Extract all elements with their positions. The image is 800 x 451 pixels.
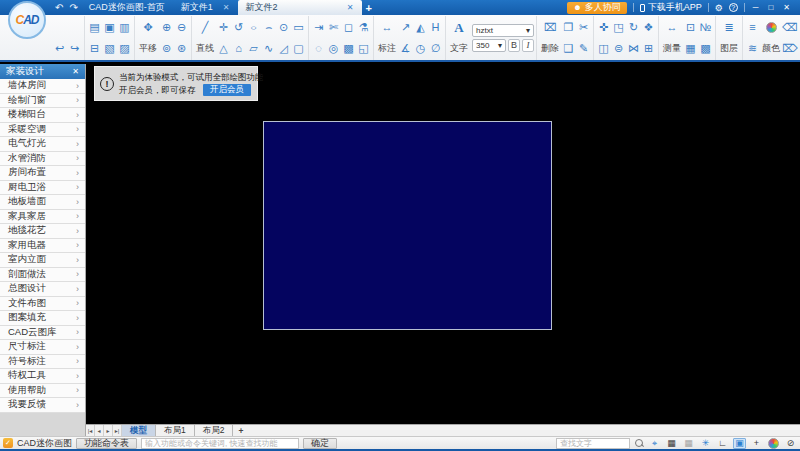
spline-icon[interactable]: ∿ [261, 38, 276, 59]
sidebar-item[interactable]: 房间布置› [0, 166, 85, 181]
save-icon[interactable]: ▣ [102, 17, 117, 38]
linear-dim-icon[interactable]: ↔ [380, 17, 395, 38]
tab-file2[interactable]: 新文件2 ✕ [238, 0, 362, 15]
layers-icon[interactable]: ≣ [722, 17, 737, 38]
rotate-icon[interactable]: ↻ [626, 17, 641, 38]
save-as-icon[interactable]: ▥ [117, 17, 132, 38]
delete-icon[interactable]: ⌧ [543, 17, 558, 38]
boundary-icon[interactable]: ◎ [326, 38, 341, 59]
continuous-dim-icon[interactable]: H [428, 17, 443, 38]
extend-icon[interactable]: ⇥ [311, 17, 326, 38]
export-pdf-icon[interactable]: ▧ [102, 38, 117, 59]
sidebar-item[interactable]: 总图设计› [0, 282, 85, 297]
chamfer-icon[interactable]: ◻ [341, 17, 356, 38]
array-icon[interactable]: ⊞ [641, 38, 656, 59]
nav-back-icon[interactable]: ↶ [55, 2, 63, 13]
sidebar-item[interactable]: CAD云图库› [0, 326, 85, 341]
collab-button[interactable]: ☻ 多人协同 [567, 2, 626, 14]
layout-tab-布局2[interactable]: 布局2 [195, 425, 234, 436]
redo-icon[interactable]: ↪ [67, 38, 82, 59]
sidebar-item[interactable]: 我要反馈› [0, 398, 85, 413]
font-select[interactable]: hztxt▾ [472, 24, 534, 37]
mirror-icon[interactable]: ⋈ [626, 38, 641, 59]
line-icon[interactable]: ╱ [198, 17, 213, 38]
trim-icon[interactable]: ✄ [326, 17, 341, 38]
sidebar-item[interactable]: 尺寸标注› [0, 340, 85, 355]
sidebar-item[interactable]: 楼梯阳台› [0, 108, 85, 123]
point-icon[interactable]: ✛ [216, 17, 231, 38]
settings-gear-icon[interactable]: ⚙ [715, 3, 723, 13]
sidebar-item[interactable]: 室内立面› [0, 253, 85, 268]
zoom-in-icon[interactable]: ⊕ [159, 17, 174, 38]
move-icon[interactable]: ✜ [596, 17, 611, 38]
format-painter-icon[interactable]: ✎ [576, 38, 591, 59]
sidebar-item[interactable]: 水管消防› [0, 152, 85, 167]
close-tab-icon[interactable]: ✕ [223, 3, 230, 12]
download-app-button[interactable]: 下载手机APP [640, 1, 702, 14]
nav-forward-icon[interactable]: ↷ [69, 2, 77, 13]
pan-icon[interactable]: ✥ [141, 17, 156, 38]
offset-icon[interactable]: ⊜ [611, 38, 626, 59]
find-text-input[interactable] [556, 438, 630, 449]
new-tab-button[interactable]: + [366, 2, 372, 14]
arc-dim-icon[interactable]: ◷ [413, 38, 428, 59]
triangle-icon[interactable]: △ [216, 38, 231, 59]
sidebar-item[interactable]: 符号标注› [0, 355, 85, 370]
undo-icon[interactable]: ↩ [52, 38, 67, 59]
color-wheel-toggle[interactable] [767, 438, 780, 449]
copy-icon[interactable]: ❐ [561, 17, 576, 38]
app-logo[interactable]: CAD [8, 1, 46, 39]
diameter-dim-icon[interactable]: ∅ [428, 38, 443, 59]
command-table-button[interactable]: 功能命令表 [76, 438, 137, 449]
rounded-rect-icon[interactable]: ▢ [291, 38, 306, 59]
sidebar-item[interactable]: 采暖空调› [0, 123, 85, 138]
maximize-button[interactable]: □ [768, 3, 773, 12]
region-icon[interactable]: ◌ [311, 38, 326, 59]
bold-button[interactable]: B [508, 39, 520, 52]
layout-tab-布局1[interactable]: 布局1 [156, 425, 195, 436]
table-icon[interactable]: ▦ [683, 38, 698, 59]
copy-base-icon[interactable]: ❑ [561, 38, 576, 59]
circle-icon[interactable]: ⊙ [276, 17, 291, 38]
help-icon[interactable]: ? [729, 3, 738, 12]
layout-nav-button[interactable]: ▸ [104, 425, 113, 436]
sidebar-item[interactable]: 地毯花艺› [0, 224, 85, 239]
minimize-button[interactable]: ─ [753, 3, 759, 12]
sidebar-item[interactable]: 剖面做法› [0, 268, 85, 283]
layout-nav-button[interactable]: |◂ [86, 425, 95, 436]
dynamic-input-toggle[interactable]: ▣ [733, 438, 746, 449]
angle-dim-icon[interactable]: ∡ [398, 38, 413, 59]
confirm-button[interactable]: 确定 [303, 438, 337, 449]
fill-pour-icon[interactable]: ⚗ [356, 17, 371, 38]
eraser-icon[interactable]: ⌫ [782, 17, 798, 38]
text-size-select[interactable]: 350▾ [472, 39, 506, 52]
sidebar-item[interactable]: 绘制门窗› [0, 94, 85, 109]
italic-button[interactable]: I [522, 39, 534, 52]
grid-toggle[interactable]: ▦ [665, 438, 678, 449]
paste-icon[interactable]: ◫ [596, 38, 611, 59]
rectangle-icon[interactable]: ▭ [291, 17, 306, 38]
sidebar-item[interactable]: 墙体房间› [0, 79, 85, 94]
grid-light-toggle[interactable]: ▦ [682, 438, 695, 449]
parallelogram-icon[interactable]: ▱ [246, 38, 261, 59]
snap-toggle[interactable]: ⌖ [648, 438, 661, 449]
sidebar-item[interactable]: 特权工具› [0, 369, 85, 384]
block-library-icon[interactable]: ◱ [356, 38, 371, 59]
open-membership-button[interactable]: 开启会员 [203, 84, 251, 96]
text-tool-icon[interactable]: A [452, 17, 467, 38]
drawn-rectangle[interactable] [263, 121, 552, 330]
linetype-toggle[interactable]: ⊘ [784, 438, 797, 449]
image-insert-icon[interactable]: ⊡ [683, 17, 698, 38]
clean-icon[interactable]: ⌦ [782, 38, 798, 59]
polar-toggle[interactable]: ✳ [699, 438, 712, 449]
linewidth-icon[interactable]: ≡ [745, 17, 760, 38]
print-icon[interactable]: ⊟ [87, 38, 102, 59]
add-toggle[interactable]: + [750, 438, 763, 449]
right-triangle-icon[interactable]: ◿ [276, 38, 291, 59]
close-tab-icon[interactable]: ✕ [347, 3, 354, 12]
hatch-icon[interactable]: ▩ [341, 38, 356, 59]
sidebar-close-icon[interactable]: ✕ [72, 67, 79, 76]
scale-icon[interactable]: ◳ [611, 17, 626, 38]
sidebar-item[interactable]: 图案填充› [0, 311, 85, 326]
leader-icon[interactable]: ↗ [398, 17, 413, 38]
